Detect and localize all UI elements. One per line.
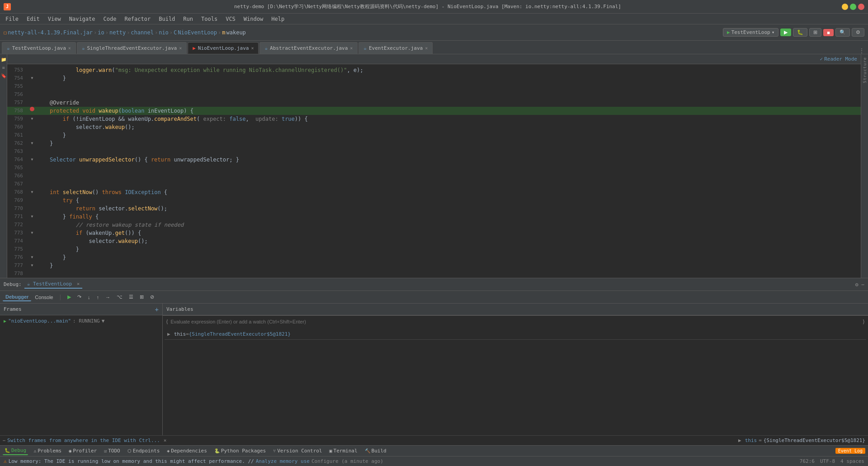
breadcrumb-class[interactable]: NioEventLoop	[178, 29, 217, 36]
tab-SingleThreadEventExecutor[interactable]: ☕ SingleThreadEventExecutor.java ×	[77, 42, 187, 54]
code-line-753: 753 logger.warn("msg: Unexpected excepti…	[7, 66, 861, 74]
tab-close-AbstractEventExecutor[interactable]: ×	[350, 46, 353, 51]
expression-bar: ⟨ ⟩	[163, 315, 868, 327]
fold-776[interactable]: ▼	[31, 253, 33, 262]
menu-vcs[interactable]: VCS	[222, 15, 239, 23]
menu-tools[interactable]: Tools	[198, 15, 221, 23]
sidebar-project-icon[interactable]: 📁	[0, 56, 7, 62]
bottom-tab-terminal[interactable]: ▣ Terminal	[328, 447, 359, 455]
tab-AbstractEventExecutor[interactable]: ☕ AbstractEventExecutor.java ×	[259, 42, 358, 54]
run-cursor-btn[interactable]: →	[103, 294, 113, 301]
sidebar-bookmarks-icon[interactable]: 🔖	[0, 72, 7, 79]
frames-btn[interactable]: ☰	[126, 293, 136, 301]
minimize-button[interactable]	[842, 4, 848, 10]
maximize-button[interactable]	[850, 4, 856, 10]
tab-TestEventLoop[interactable]: ☕ TestEventLoop.java ×	[2, 42, 76, 54]
breadcrumb-netty[interactable]: netty	[109, 29, 126, 36]
fold-777[interactable]: ▼	[31, 262, 33, 270]
bottom-tab-python-packages[interactable]: 🐍 Python Packages	[212, 447, 268, 455]
menu-build[interactable]: Build	[155, 15, 179, 23]
menu-navigate[interactable]: Navigate	[66, 15, 99, 23]
thread-item[interactable]: ▶ "nioEventLoop...main" : RUNNING ▼	[2, 317, 160, 325]
expression-input[interactable]	[170, 319, 860, 324]
debug-toolbar: Debugger Console | ▶ ↷ ↓ ↑ → ⌥ ☰ ⊞ ⊘	[0, 291, 868, 304]
tab-NioEventLoop[interactable]: ▶ NioEventLoop.java ×	[188, 42, 259, 54]
resume-btn[interactable]: ▶	[65, 293, 74, 301]
more-tabs-button[interactable]: ⋮	[859, 48, 868, 54]
switch-frames-close[interactable]: ×	[164, 437, 167, 443]
thread-filter-icon[interactable]: ▼	[102, 318, 105, 324]
mute-breakpoints-btn[interactable]: ⊘	[147, 293, 157, 301]
tab-close-EventExecutor[interactable]: ×	[425, 46, 428, 51]
fold-764[interactable]: ▼	[31, 156, 33, 164]
debug-settings-icon[interactable]: ⚙	[855, 281, 859, 288]
console-tab[interactable]: Console	[32, 294, 56, 301]
fold-773[interactable]: ▼	[31, 229, 33, 237]
tab-close-SingleThread[interactable]: ×	[179, 46, 182, 51]
bottom-tab-debug[interactable]: 🐛 Debug	[3, 447, 28, 455]
debug-panel-close-icon[interactable]: −	[861, 281, 864, 288]
breadcrumb-io[interactable]: io	[98, 29, 104, 36]
menu-run[interactable]: Run	[179, 15, 197, 23]
breadcrumb-jar[interactable]: netty-all-4.1.39.Final.jar	[8, 29, 93, 36]
debug-tab-TestEventLoop[interactable]: ☕ TestEventLoop ×	[24, 280, 83, 289]
switch-frames-text[interactable]: Switch frames from anywhere in the IDE w…	[7, 437, 160, 443]
tab-close-NioEventLoop[interactable]: ×	[251, 46, 254, 51]
bottom-tab-endpoints[interactable]: ⬡ Endpoints	[126, 447, 162, 455]
event-log-button[interactable]: Event Log	[835, 448, 865, 454]
menu-view[interactable]: View	[44, 15, 65, 23]
bottom-tab-todo[interactable]: ☑ TODO	[102, 447, 122, 455]
close-button[interactable]	[858, 4, 864, 10]
fold-768[interactable]: ▼	[31, 188, 33, 196]
tab-close-TestEventLoop[interactable]: ×	[68, 46, 71, 51]
variables-content: ▶ this = {SingleThreadEventExecutor$5@18…	[163, 327, 868, 435]
fold-771[interactable]: ▼	[31, 213, 33, 221]
debugger-tab[interactable]: Debugger	[3, 293, 31, 301]
step-into-btn[interactable]: ↓	[85, 294, 93, 301]
debug-tab-name: TestEventLoop	[33, 281, 72, 287]
menu-window[interactable]: Window	[240, 15, 267, 23]
menu-help[interactable]: Help	[268, 15, 288, 23]
code-line-774: 774 selector.wakeup();	[7, 237, 861, 245]
dependencies-icon: ◈	[167, 448, 170, 453]
menu-refactor[interactable]: Refactor	[121, 15, 154, 23]
tab-EventExecutor[interactable]: ☕ EventExecutor.java ×	[359, 42, 433, 54]
this-expand-arrow[interactable]: ▶	[167, 331, 170, 337]
bottom-tab-build[interactable]: 🔨 Build	[363, 447, 388, 455]
menu-edit[interactable]: Edit	[23, 15, 43, 23]
settings-button[interactable]: ⚙	[852, 28, 864, 37]
code-line-767: 767	[7, 180, 861, 188]
sidebar-structure-icon[interactable]: ≡	[0, 64, 7, 71]
menu-file[interactable]: File	[2, 15, 22, 23]
coverage-button[interactable]: ⊞	[809, 28, 821, 37]
reader-mode-button[interactable]: ✓ Reader Mode	[820, 56, 857, 62]
menu-code[interactable]: Code	[100, 15, 120, 23]
window-controls[interactable]	[842, 4, 864, 10]
search-button[interactable]: 🔍	[835, 28, 850, 37]
bottom-tab-dependencies[interactable]: ◈ Dependencies	[165, 447, 209, 455]
analyze-memory-link[interactable]: Analyze memory use	[256, 458, 310, 464]
code-line-775: 775 }	[7, 245, 861, 253]
breakpoint-758[interactable]	[30, 107, 34, 111]
fold-754[interactable]: ▼	[31, 74, 33, 82]
debug-tab-close[interactable]: ×	[77, 281, 80, 287]
bottom-tab-version-control[interactable]: ⑂ Version Control	[271, 447, 324, 455]
threads-btn[interactable]: ⊞	[137, 293, 146, 301]
todo-icon: ☑	[104, 448, 107, 453]
code-editor[interactable]: 753 logger.warn("msg: Unexpected excepti…	[7, 64, 861, 278]
stop-button[interactable]: ■	[823, 29, 834, 36]
bottom-tab-profiler[interactable]: ◉ Profiler	[67, 447, 99, 455]
fold-759[interactable]: ▼	[31, 115, 33, 123]
debug-button[interactable]: 🐛	[793, 28, 807, 37]
run-button[interactable]: ▶	[780, 29, 791, 36]
evaluate-btn[interactable]: ⌥	[114, 293, 125, 301]
bottom-tab-problems[interactable]: ⚠ Problems	[32, 447, 63, 455]
breadcrumb-channel[interactable]: channel	[131, 29, 154, 36]
fold-762[interactable]: ▼	[31, 139, 33, 147]
step-over-btn[interactable]: ↷	[75, 293, 84, 301]
frames-add-button[interactable]: +	[155, 306, 159, 313]
run-config-dropdown[interactable]: ▶ TestEventLoop ▾	[723, 28, 778, 37]
code-line-759: 759 ▼ if (!inEventLoop && wakenUp.compar…	[7, 115, 861, 123]
step-out-btn[interactable]: ↑	[94, 294, 102, 301]
breadcrumb-nio[interactable]: nio	[159, 29, 169, 36]
